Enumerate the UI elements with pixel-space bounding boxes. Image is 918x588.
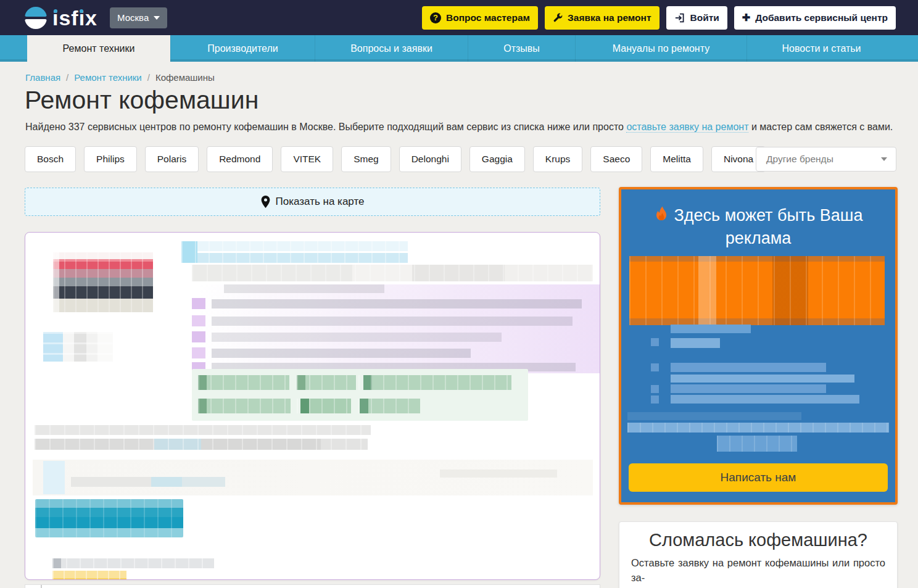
- ad-title: Здесь может быть Ваша реклама: [621, 205, 895, 249]
- breadcrumb-separator: /: [142, 72, 155, 83]
- question-circle-icon: ?: [430, 12, 441, 23]
- logo[interactable]: isfix: [25, 7, 97, 29]
- blurred-ad-bullet: [651, 363, 659, 371]
- top-bar: isfix Москва ? Вопрос мастерам Заявка на…: [0, 0, 918, 35]
- brand-redmond[interactable]: Redmond: [207, 146, 273, 172]
- blurred-ad-banner: [629, 256, 885, 325]
- logo-text-value: isfix: [52, 6, 97, 30]
- leave-request-link[interactable]: оставьте заявку на ремонт: [626, 122, 748, 133]
- tab-questions-requests[interactable]: Вопросы и заявки: [315, 35, 468, 62]
- flame-icon: [654, 206, 669, 228]
- blurred-cell: [71, 477, 225, 487]
- blurred-bullet: [192, 331, 205, 342]
- blurred-rating-block: [43, 332, 113, 362]
- blurred-cell: [43, 461, 65, 494]
- blurred-cell: [440, 470, 557, 478]
- breadcrumb-repair-link[interactable]: Ремонт техники: [74, 72, 141, 83]
- brand-smeg[interactable]: Smeg: [341, 146, 391, 172]
- brand-saeco[interactable]: Saeco: [590, 146, 642, 172]
- brand-bosch[interactable]: Bosch: [25, 146, 76, 172]
- blurred-line: [212, 333, 502, 342]
- city-selector[interactable]: Москва: [110, 7, 167, 28]
- ad-title-text: Здесь может быть Ваша реклама: [674, 206, 863, 247]
- blurred-title-line: [181, 241, 408, 263]
- ask-masters-label: Вопрос мастерам: [446, 12, 530, 23]
- logo-text: isfix: [52, 7, 97, 28]
- blurred-line: [35, 425, 371, 435]
- blurred-ad-line: [671, 325, 751, 333]
- blurred-line: [212, 299, 582, 308]
- login-button[interactable]: Войти: [666, 6, 727, 30]
- blurred-tag-row: [198, 399, 420, 413]
- blurred-description-block: [181, 284, 600, 373]
- broken-machine-card: Сломалась кофемашина? Оставьте заявку на…: [619, 521, 898, 588]
- show-on-map-button[interactable]: Показать на карте: [25, 188, 600, 216]
- tab-news-articles[interactable]: Новости и статьи: [746, 35, 896, 62]
- add-service-center-button[interactable]: ✚ Добавить сервисный центр: [734, 6, 896, 30]
- chevron-down-icon: [154, 16, 160, 20]
- blurred-line: [35, 439, 368, 450]
- tab-repair-manuals[interactable]: Мануалы по ремонту: [575, 35, 746, 62]
- blurred-edge: [41, 585, 42, 588]
- brand-gaggia[interactable]: Gaggia: [469, 146, 525, 172]
- chevron-down-icon: [881, 157, 887, 161]
- next-listing-card-partial: [25, 584, 600, 588]
- show-on-map-label: Показать на карте: [276, 196, 365, 208]
- intro-after: и мастер сам свяжется с вами.: [748, 122, 893, 132]
- page-title: Ремонт кофемашин: [25, 86, 258, 115]
- intro-before: Найдено 337 сервисных центров по ремонту…: [25, 122, 626, 132]
- brand-polaris[interactable]: Polaris: [145, 146, 199, 172]
- blurred-table-row: [33, 460, 593, 495]
- broken-card-line1: Оставьте заявку на ремонт кофемашины или…: [631, 557, 885, 583]
- wrench-icon: [553, 13, 563, 23]
- city-selector-label: Москва: [117, 12, 149, 23]
- brand-filter-row: Bosch Philips Polaris Redmond VITEK Smeg…: [25, 146, 766, 172]
- main-nav: Ремонт техники Производители Вопросы и з…: [0, 35, 918, 62]
- broken-card-text: Оставьте заявку на ремонт кофемашины или…: [631, 556, 885, 588]
- other-brands-dropdown[interactable]: Другие бренды: [756, 147, 896, 172]
- brand-delonghi[interactable]: Delonghi: [399, 146, 461, 172]
- blurred-ad-line: [671, 384, 826, 393]
- blurred-ad-line: [671, 363, 826, 372]
- logo-i-dot-icon: [54, 9, 57, 13]
- write-to-us-button[interactable]: Написать нам: [629, 463, 888, 492]
- blurred-subtitle-line: [192, 265, 593, 281]
- logo-ball-icon: [25, 7, 47, 29]
- tab-reviews[interactable]: Отзывы: [468, 35, 575, 62]
- breadcrumb-current: Кофемашины: [155, 72, 215, 83]
- blurred-ad-line: [671, 395, 859, 404]
- blurred-ad-bullet: [651, 395, 659, 404]
- sign-in-icon: [674, 12, 685, 23]
- blurred-line: [212, 349, 471, 358]
- blurred-bullet: [192, 315, 205, 326]
- repair-request-button[interactable]: Заявка на ремонт: [545, 6, 659, 30]
- brand-vitek[interactable]: VITEK: [281, 146, 333, 172]
- blurred-ad-line: [671, 338, 720, 348]
- blurred-line: [212, 317, 573, 326]
- blurred-ad-line: [671, 375, 854, 383]
- blurred-ad-bullet: [651, 338, 659, 346]
- plus-icon: ✚: [742, 12, 750, 23]
- brand-melitta[interactable]: Melitta: [650, 146, 703, 172]
- blurred-star-rating: [52, 571, 126, 580]
- blurred-ad-bullet: [651, 385, 659, 393]
- ask-masters-button[interactable]: ? Вопрос мастерам: [422, 6, 538, 30]
- brand-krups[interactable]: Krups: [533, 146, 583, 172]
- tab-manufacturers[interactable]: Производители: [170, 35, 315, 62]
- brand-philips[interactable]: Philips: [84, 146, 137, 172]
- page: isfix Москва ? Вопрос мастерам Заявка на…: [0, 0, 918, 588]
- breadcrumb: Главная/Ремонт техники/Кофемашины: [25, 72, 215, 83]
- breadcrumb-home-link[interactable]: Главная: [25, 72, 60, 83]
- tab-repair-tech[interactable]: Ремонт техники: [27, 35, 170, 62]
- service-center-card-blurred: [25, 232, 600, 580]
- repair-request-label: Заявка на ремонт: [568, 12, 651, 23]
- blurred-line: [224, 284, 384, 293]
- blurred-bullet: [192, 298, 205, 309]
- blurred-tag-row: [198, 375, 519, 390]
- blurred-phone-button: [35, 499, 183, 537]
- blurred-tags-block: [192, 369, 528, 421]
- add-service-center-label: Добавить сервисный центр: [755, 12, 888, 23]
- top-actions: ? Вопрос мастерам Заявка на ремонт Войти…: [422, 6, 896, 30]
- map-pin-icon: [261, 196, 270, 208]
- logo-i2-dot-icon: [80, 9, 83, 13]
